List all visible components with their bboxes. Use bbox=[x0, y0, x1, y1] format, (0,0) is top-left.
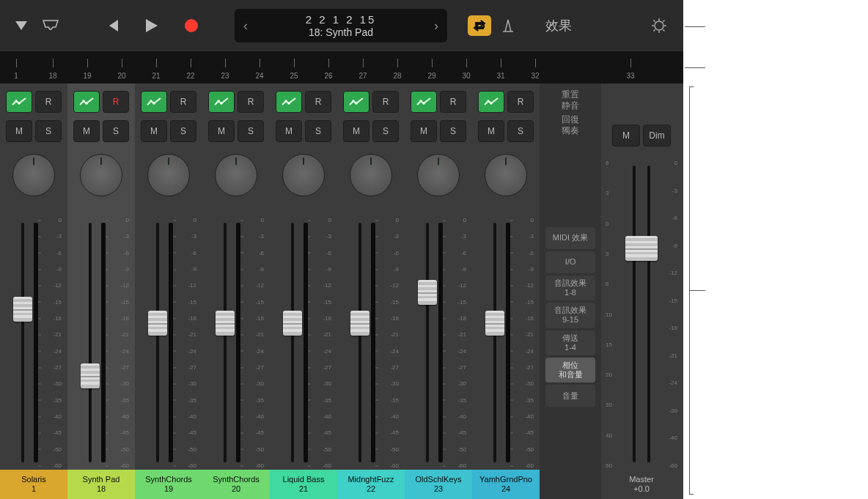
metronome-icon[interactable] bbox=[497, 15, 519, 37]
solo-button[interactable]: S bbox=[372, 120, 399, 142]
automation-button[interactable] bbox=[343, 91, 369, 113]
master-fader-cap[interactable] bbox=[625, 236, 658, 261]
solo-button[interactable]: S bbox=[170, 120, 196, 142]
record-enable-button[interactable]: R bbox=[372, 91, 399, 113]
record-enable-button[interactable]: R bbox=[507, 91, 534, 113]
fader-cap[interactable] bbox=[485, 311, 504, 336]
level-meter bbox=[438, 223, 443, 462]
automation-button[interactable] bbox=[208, 91, 235, 113]
view-selector-button[interactable]: MIDI 效果 bbox=[545, 227, 595, 249]
track-name-plate[interactable]: YamhGrndPno24 bbox=[472, 470, 540, 499]
automation-button[interactable] bbox=[73, 91, 100, 113]
mute-button[interactable]: M bbox=[141, 120, 167, 142]
play-button[interactable] bbox=[141, 15, 163, 37]
view-selector-button[interactable]: 音訊效果1-8 bbox=[545, 276, 595, 300]
track-name-plate[interactable]: SynthChords19 bbox=[135, 470, 202, 499]
view-selector-button[interactable]: 相位和音量 bbox=[545, 358, 595, 382]
solo-button[interactable]: S bbox=[507, 120, 534, 142]
mute-button[interactable]: M bbox=[343, 120, 369, 142]
solo-button[interactable]: S bbox=[305, 120, 331, 142]
fader-cap[interactable] bbox=[13, 297, 32, 322]
automation-button[interactable] bbox=[478, 91, 504, 113]
mute-button[interactable]: M bbox=[73, 120, 100, 142]
record-enable-button[interactable]: R bbox=[440, 91, 466, 113]
ruler-tick: 32 bbox=[531, 72, 539, 80]
pan-knob[interactable] bbox=[147, 154, 190, 196]
fx-tab-label[interactable]: 效果 bbox=[545, 17, 572, 34]
master-name-plate: Master+0.0 bbox=[601, 470, 682, 499]
record-button[interactable] bbox=[180, 15, 202, 37]
track-name-plate[interactable]: MidnghtFuzz22 bbox=[337, 470, 405, 499]
automation-button[interactable] bbox=[141, 91, 167, 113]
fader-cap[interactable] bbox=[216, 311, 235, 336]
record-enable-button[interactable]: R bbox=[103, 91, 129, 113]
mute-button[interactable]: M bbox=[208, 120, 235, 142]
pan-knob[interactable] bbox=[485, 154, 527, 196]
pan-knob[interactable] bbox=[350, 154, 392, 196]
mute-button[interactable]: M bbox=[276, 120, 302, 142]
master-mute-button[interactable]: M bbox=[612, 125, 640, 147]
solo-button[interactable]: S bbox=[35, 120, 62, 142]
solo-button[interactable]: S bbox=[238, 120, 264, 142]
pan-knob[interactable] bbox=[80, 154, 122, 196]
svg-point-12 bbox=[82, 100, 85, 103]
automation-button[interactable] bbox=[276, 91, 302, 113]
svg-point-15 bbox=[152, 102, 155, 105]
track-name-plate[interactable]: Liquid Bass21 bbox=[270, 470, 337, 499]
timeline-ruler[interactable]: 118192021222324252627282930313233 bbox=[0, 51, 683, 84]
track-name-plate[interactable]: Synth Pad18 bbox=[67, 470, 135, 499]
view-selector-button[interactable]: 音訊效果9-15 bbox=[545, 303, 595, 328]
pan-knob[interactable] bbox=[215, 154, 257, 196]
record-enable-button[interactable]: R bbox=[238, 91, 264, 113]
track-name-plate[interactable]: Solaris1 bbox=[0, 470, 67, 499]
mute-button[interactable]: M bbox=[6, 120, 32, 142]
view-selector-button[interactable]: I/O bbox=[545, 251, 595, 273]
channel-strip: RMS0-3-6-9-12-15-18-21-24-27-30-35-40-45… bbox=[270, 84, 337, 499]
lcd-next-icon[interactable]: › bbox=[431, 15, 441, 37]
channel-strip: RMS0-3-6-9-12-15-18-21-24-27-30-35-40-45… bbox=[337, 84, 405, 499]
fader-cap[interactable] bbox=[148, 311, 167, 336]
track-name-plate[interactable]: SynthChords20 bbox=[202, 470, 270, 499]
automation-button[interactable] bbox=[411, 91, 437, 113]
record-enable-button[interactable]: R bbox=[305, 91, 331, 113]
ruler-tick: 19 bbox=[83, 72, 91, 80]
ruler-tick: 22 bbox=[186, 72, 194, 80]
recall-solo-button[interactable]: 回復獨奏 bbox=[562, 114, 579, 136]
fader-cap[interactable] bbox=[350, 311, 369, 336]
record-enable-button[interactable]: R bbox=[170, 91, 196, 113]
ruler-tick: 21 bbox=[152, 72, 160, 80]
ruler-tick: 29 bbox=[427, 72, 435, 80]
prev-button[interactable] bbox=[101, 15, 123, 37]
mute-button[interactable]: M bbox=[478, 120, 504, 142]
view-selector-button[interactable]: 音量 bbox=[545, 385, 595, 407]
mute-button[interactable]: M bbox=[411, 120, 437, 142]
solo-button[interactable]: S bbox=[440, 120, 466, 142]
automation-button[interactable] bbox=[6, 91, 32, 113]
fader-cap[interactable] bbox=[283, 311, 302, 336]
cycle-button[interactable] bbox=[468, 15, 491, 36]
record-enable-button[interactable]: R bbox=[35, 91, 62, 113]
svg-point-24 bbox=[487, 100, 490, 103]
fader-cap[interactable] bbox=[81, 363, 100, 388]
inbox-icon[interactable] bbox=[40, 15, 62, 37]
lcd-display: ‹ 2 2 1 2 15 18: Synth Pad › bbox=[235, 9, 447, 42]
svg-point-18 bbox=[284, 100, 287, 103]
reset-mute-button[interactable]: 重置静音 bbox=[562, 89, 579, 111]
gear-icon[interactable] bbox=[648, 15, 670, 37]
level-meter bbox=[236, 223, 240, 462]
ruler-tick: 30 bbox=[462, 72, 470, 80]
lcd-prev-icon[interactable]: ‹ bbox=[240, 15, 251, 37]
solo-button[interactable]: S bbox=[103, 120, 129, 142]
level-meter bbox=[169, 223, 173, 462]
svg-point-10 bbox=[15, 100, 18, 103]
pan-knob[interactable] bbox=[417, 154, 460, 196]
pan-knob[interactable] bbox=[282, 154, 325, 196]
menu-triangle-icon[interactable] bbox=[10, 15, 32, 37]
svg-point-11 bbox=[18, 102, 21, 105]
ruler-tick: 33 bbox=[626, 72, 634, 80]
pan-knob[interactable] bbox=[12, 154, 55, 196]
master-dim-button[interactable]: Dim bbox=[643, 125, 671, 147]
fader-cap[interactable] bbox=[418, 280, 437, 305]
track-name-plate[interactable]: OldSchlKeys23 bbox=[405, 470, 472, 499]
view-selector-button[interactable]: 傳送1-4 bbox=[545, 330, 595, 355]
